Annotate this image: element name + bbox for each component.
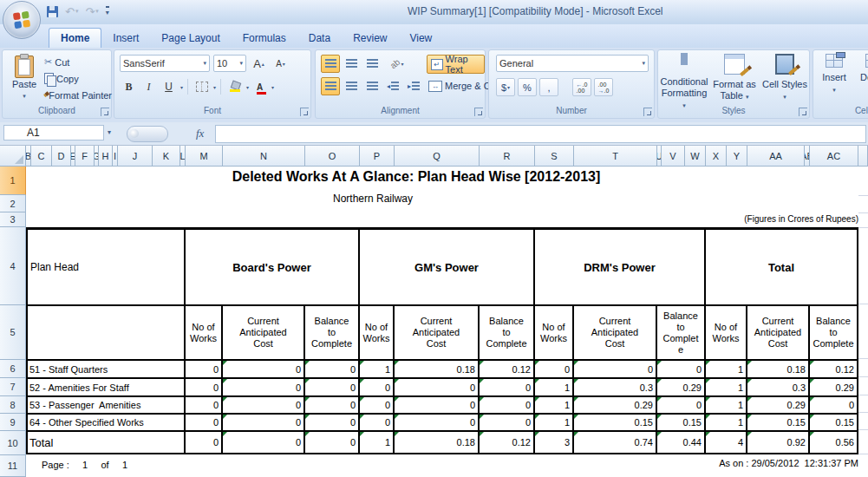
table-cell[interactable]: 1	[706, 361, 747, 379]
delete-cells-button[interactable]: ✕ Delete ▾	[855, 54, 868, 95]
column-header-N[interactable]: N	[223, 146, 305, 167]
table-cell[interactable]: 0	[395, 397, 480, 415]
wrap-text-button[interactable]: ↵ Wrap Text	[427, 55, 485, 74]
table-cell[interactable]: 1	[360, 432, 395, 454]
table-cell[interactable]: 0	[186, 361, 223, 379]
column-header-H[interactable]: H	[99, 146, 113, 167]
row-header-11[interactable]: 11	[0, 455, 26, 477]
column-header-D[interactable]: D	[52, 146, 71, 167]
row-header-3[interactable]: 3	[0, 212, 26, 227]
table-cell[interactable]: 0.74	[574, 432, 657, 454]
table-cell[interactable]: 1	[706, 379, 747, 397]
increase-indent-button[interactable]: ▸	[404, 77, 423, 95]
table-cell[interactable]: 0.3	[574, 379, 657, 397]
save-button[interactable]	[45, 3, 60, 19]
font-dialog-launcher-icon[interactable]	[300, 108, 309, 116]
chevron-down-icon[interactable]: ▾	[180, 84, 183, 90]
table-cell[interactable]: 0	[480, 379, 535, 397]
align-center-button[interactable]	[342, 77, 361, 95]
table-cell[interactable]: 0.15	[810, 415, 858, 432]
plan-head-header-cell[interactable]: Plan Head	[28, 230, 186, 306]
table-cell[interactable]: 0	[395, 379, 480, 397]
table-cell[interactable]: 0	[305, 432, 360, 454]
table-cell[interactable]: 0	[657, 361, 706, 379]
group-header-board-s-power[interactable]: Board's Power	[186, 230, 360, 306]
formula-input[interactable]	[215, 125, 866, 143]
sub-header-cell[interactable]: Current Anticipated Cost	[574, 306, 657, 361]
chevron-down-icon[interactable]: ▾	[108, 128, 111, 136]
table-cell[interactable]: 0	[223, 415, 305, 432]
sub-header-cell[interactable]: Balance to Complete	[305, 306, 360, 361]
sub-header-cell[interactable]: Current Anticipated Cost	[223, 306, 305, 361]
clipboard-dialog-launcher-icon[interactable]	[101, 108, 109, 116]
table-cell[interactable]: 1	[360, 361, 395, 379]
middle-align-button[interactable]	[342, 55, 361, 73]
format-painter-button[interactable]: Format Painter	[44, 87, 112, 103]
tab-page-layout[interactable]: Page Layout	[150, 29, 231, 49]
sub-header-empty-cell[interactable]	[28, 306, 186, 361]
number-dialog-launcher-icon[interactable]	[643, 108, 652, 116]
sheet-canvas[interactable]: Deleted Works At A Glance: Plan Head Wis…	[26, 167, 868, 477]
column-header-W[interactable]: W	[685, 146, 706, 167]
row-header-6[interactable]: 6	[0, 360, 26, 378]
fill-color-button[interactable]	[225, 78, 244, 95]
table-cell[interactable]: 0	[223, 397, 305, 415]
table-cell[interactable]: 0.12	[480, 432, 535, 454]
column-header-T[interactable]: T	[574, 146, 657, 167]
table-cell[interactable]: 0	[186, 415, 223, 432]
table-cell[interactable]: 0.92	[747, 432, 810, 454]
table-cell[interactable]: 0	[186, 432, 223, 454]
sub-header-cell[interactable]: Balance to Complet e	[657, 306, 706, 361]
table-cell[interactable]: 0	[395, 415, 480, 432]
table-cell[interactable]: 0.15	[747, 415, 810, 432]
bold-button[interactable]: B	[120, 78, 138, 95]
column-header-AA[interactable]: AA	[747, 146, 805, 167]
name-box[interactable]: A1	[3, 125, 104, 140]
column-header-edge[interactable]	[858, 146, 868, 167]
tab-formulas[interactable]: Formulas	[232, 29, 297, 49]
table-cell[interactable]: 0.18	[747, 361, 810, 379]
row-header-10[interactable]: 10	[0, 431, 26, 455]
table-cell[interactable]: 0	[223, 379, 305, 397]
table-cell[interactable]: 0.3	[747, 379, 810, 397]
row-header-8[interactable]: 8	[0, 396, 26, 414]
column-header-C[interactable]: C	[31, 146, 52, 167]
table-cell[interactable]: 0	[305, 415, 360, 432]
table-cell[interactable]: 1	[706, 397, 747, 415]
decrease-decimal-button[interactable]: .00→.0	[594, 78, 613, 96]
column-header-F[interactable]: F	[75, 146, 95, 167]
percent-style-button[interactable]: %	[518, 78, 537, 96]
insert-function-button[interactable]: fx	[196, 127, 204, 140]
decrease-indent-button[interactable]: ◂	[383, 77, 402, 95]
number-format-select[interactable]: General▾	[496, 55, 649, 72]
table-cell[interactable]: 0	[186, 379, 223, 397]
row-header-4[interactable]: 4	[0, 227, 26, 305]
tab-review[interactable]: Review	[342, 29, 398, 49]
office-button[interactable]	[3, 1, 41, 39]
table-cell[interactable]: 0.12	[810, 361, 858, 379]
column-header-J[interactable]: J	[118, 146, 153, 167]
redo-button[interactable]: ↷▾	[83, 3, 100, 19]
table-cell[interactable]: 0	[810, 397, 858, 415]
sub-header-cell[interactable]: Balance to Complete	[480, 306, 535, 361]
table-cell[interactable]: 0	[186, 397, 223, 415]
row-header-1[interactable]: 1	[0, 167, 26, 195]
bottom-align-button[interactable]	[362, 55, 382, 73]
table-cell[interactable]: 1	[535, 379, 574, 397]
plan-head-row-total[interactable]: Total	[28, 432, 186, 454]
table-cell[interactable]: 0.12	[480, 361, 535, 379]
plan-head-row-64-other-specified-works[interactable]: 64 - Other Specified Works	[28, 415, 186, 432]
alignment-dialog-launcher-icon[interactable]	[474, 108, 483, 116]
borders-button[interactable]	[193, 78, 211, 95]
column-header-AC[interactable]: AC	[810, 146, 858, 167]
plan-head-row-51-staff-quarters[interactable]: 51 - Staff Quarters	[28, 361, 186, 379]
column-header-R[interactable]: R	[480, 146, 535, 167]
align-right-button[interactable]	[362, 77, 382, 95]
sub-header-cell[interactable]: No of Works	[360, 306, 395, 361]
table-cell[interactable]: 0.29	[810, 379, 858, 397]
sub-header-cell[interactable]: Current Anticipated Cost	[747, 306, 810, 361]
italic-button[interactable]: I	[140, 78, 158, 95]
row-header-2[interactable]: 2	[0, 195, 26, 212]
conditional-formatting-button[interactable]: Conditional Formatting ▾	[660, 54, 708, 111]
group-header-gm-s-power[interactable]: GM's Power	[360, 230, 535, 306]
